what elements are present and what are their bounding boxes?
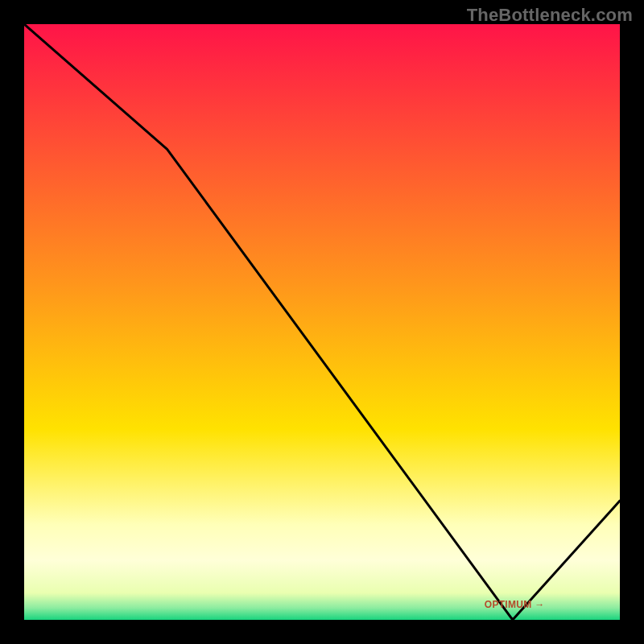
heat-gradient (24, 24, 620, 620)
chart-frame: TheBottleneck.com OPTIMUM → (0, 0, 644, 644)
bottleneck-chart (24, 24, 620, 620)
optimum-zone-label: OPTIMUM → (485, 599, 545, 610)
watermark-text: TheBottleneck.com (467, 5, 633, 26)
